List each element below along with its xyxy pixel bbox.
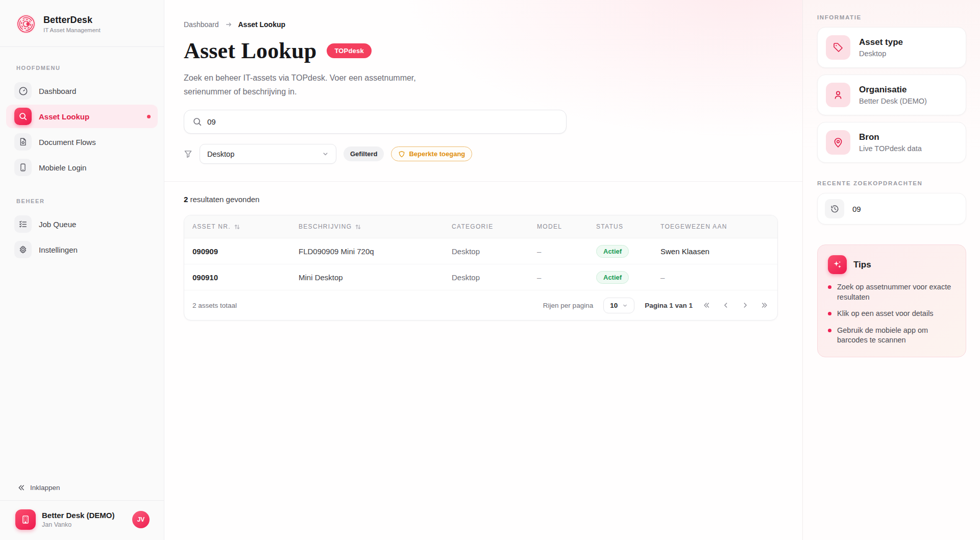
last-page-button[interactable] bbox=[761, 302, 768, 309]
rows-per-page-value: 10 bbox=[610, 302, 618, 309]
results-count-suffix: resultaten gevonden bbox=[188, 195, 259, 204]
results-section: 2 resultaten gevonden ASSET NR. BESCHRIJ… bbox=[164, 182, 802, 321]
page-header: Dashboard Asset Lookup Asset Lookup TOPd… bbox=[164, 0, 802, 182]
search-input[interactable] bbox=[207, 117, 558, 126]
brand-logo-icon bbox=[15, 13, 37, 35]
user-area[interactable]: Better Desk (DEMO) Jan Vanko JV bbox=[0, 500, 164, 540]
tips-title: Tips bbox=[853, 260, 871, 270]
brand-tagline: IT Asset Management bbox=[43, 27, 101, 33]
gear-icon bbox=[14, 241, 32, 258]
search-box bbox=[184, 110, 567, 134]
sidebar-item-asset-lookup[interactable]: Asset Lookup bbox=[6, 105, 158, 128]
status-badge: Actief bbox=[596, 245, 629, 258]
previous-page-button[interactable] bbox=[722, 302, 729, 309]
active-indicator-dot bbox=[147, 115, 151, 118]
info-card-asset-type: Asset type Desktop bbox=[817, 27, 966, 68]
user-name: Jan Vanko bbox=[42, 521, 115, 528]
sidebar-item-instellingen[interactable]: Instellingen bbox=[6, 238, 158, 261]
shield-icon bbox=[398, 151, 405, 158]
next-page-button[interactable] bbox=[742, 302, 749, 309]
sidebar-item-label: Mobiele Login bbox=[39, 163, 86, 172]
info-card-bron: Bron Live TOPdesk data bbox=[817, 122, 966, 163]
tag-icon bbox=[826, 35, 850, 60]
asset-type-select[interactable]: Desktop bbox=[200, 144, 336, 164]
arrow-right-icon bbox=[225, 21, 232, 28]
sidebar-item-document-flows[interactable]: Document Flows bbox=[6, 130, 158, 154]
history-icon bbox=[825, 199, 844, 218]
column-header-toegewezen-aan: TOEGEWEZEN AAN bbox=[652, 223, 777, 230]
chevrons-right-icon bbox=[761, 302, 768, 309]
asset-model: – bbox=[537, 247, 541, 256]
main-content: Dashboard Asset Lookup Asset Lookup TOPd… bbox=[164, 0, 802, 540]
sidebar-item-label: Document Flows bbox=[39, 138, 96, 146]
column-header-categorie: CATEGORIE bbox=[444, 223, 529, 230]
breadcrumb: Dashboard Asset Lookup bbox=[184, 20, 782, 29]
search-icon bbox=[14, 108, 32, 125]
tip-text: Klik op een asset voor details bbox=[837, 309, 934, 319]
chevron-right-icon bbox=[742, 302, 749, 309]
breadcrumb-dashboard-link[interactable]: Dashboard bbox=[184, 20, 219, 29]
column-header-model: MODEL bbox=[529, 223, 588, 230]
column-header-status: STATUS bbox=[588, 223, 652, 230]
restricted-access-badge: Beperkte toegang bbox=[391, 146, 472, 161]
info-card-value: Better Desk (DEMO) bbox=[859, 97, 927, 105]
info-card-title: Organisatie bbox=[859, 85, 927, 95]
sidebar-section-beheer: BEHEER bbox=[0, 198, 164, 204]
checklist-icon bbox=[14, 215, 32, 233]
collapse-sidebar-button[interactable]: Inklappen bbox=[0, 484, 164, 492]
asset-category: Desktop bbox=[452, 247, 480, 256]
table-row[interactable]: 090909 FLD090909 Mini 720q Desktop – Act… bbox=[184, 238, 777, 264]
table-row[interactable]: 090910 Mini Desktop Desktop – Actief – bbox=[184, 264, 777, 290]
asset-model: – bbox=[537, 273, 541, 282]
collapse-label: Inklappen bbox=[30, 484, 60, 492]
status-badge: Actief bbox=[596, 271, 629, 284]
recent-search-query: 09 bbox=[852, 205, 861, 213]
asset-nr: 090909 bbox=[192, 247, 218, 256]
first-page-button[interactable] bbox=[703, 302, 710, 309]
tips-card: Tips Zoek op assetnummer voor exacte res… bbox=[817, 244, 966, 357]
sidebar-item-label: Job Queue bbox=[39, 220, 76, 229]
asset-category: Desktop bbox=[452, 273, 480, 282]
sidebar-item-label: Asset Lookup bbox=[39, 112, 89, 121]
tip-item: Klik op een asset voor details bbox=[828, 309, 955, 319]
user-org: Better Desk (DEMO) bbox=[42, 511, 115, 520]
asset-nr: 090910 bbox=[192, 273, 218, 282]
assets-table: ASSET NR. BESCHRIJVING CATEGORIE MODEL S… bbox=[184, 215, 778, 321]
sidebar-item-label: Dashboard bbox=[39, 87, 76, 95]
table-footer: 2 assets totaal Rijen per pagina 10 Pagi… bbox=[184, 290, 777, 320]
sort-icon bbox=[355, 224, 361, 230]
asset-type-select-value: Desktop bbox=[207, 150, 234, 158]
results-count: 2 resultaten gevonden bbox=[184, 195, 782, 204]
recent-searches-title: RECENTE ZOEKOPDRACHTEN bbox=[817, 180, 966, 186]
chevron-down-icon bbox=[322, 151, 329, 157]
page-info: Pagina 1 van 1 bbox=[645, 302, 693, 309]
sidebar-divider bbox=[0, 46, 164, 47]
info-card-title: Bron bbox=[859, 132, 922, 142]
page-title: Asset Lookup bbox=[184, 38, 316, 64]
column-header-beschrijving[interactable]: BESCHRIJVING bbox=[290, 223, 444, 230]
sparkles-icon bbox=[828, 255, 847, 274]
chevrons-left-icon bbox=[703, 302, 710, 309]
column-header-asset-nr[interactable]: ASSET NR. bbox=[184, 223, 290, 230]
info-panel-title: INFORMATIE bbox=[817, 14, 966, 20]
restricted-access-label: Beperkte toegang bbox=[409, 150, 465, 158]
sidebar-item-mobiele-login[interactable]: Mobiele Login bbox=[6, 156, 158, 179]
page-description: Zoek en beheer IT-assets via TOPdesk. Vo… bbox=[184, 71, 462, 99]
tip-text: Zoek op assetnummer voor exacte resultat… bbox=[837, 282, 955, 302]
sidebar-item-label: Instellingen bbox=[39, 246, 78, 254]
chevrons-left-icon bbox=[17, 484, 25, 492]
assigned-to: – bbox=[660, 273, 665, 282]
sort-icon bbox=[234, 224, 240, 230]
recent-search-item[interactable]: 09 bbox=[817, 193, 966, 225]
sidebar-item-job-queue[interactable]: Job Queue bbox=[6, 212, 158, 236]
search-icon bbox=[192, 117, 202, 127]
assigned-to: Swen Klaasen bbox=[660, 247, 709, 256]
chevron-left-icon bbox=[722, 302, 729, 309]
tip-item: Gebruik de mobiele app om barcodes te sc… bbox=[828, 326, 955, 346]
smartphone-icon bbox=[14, 159, 32, 176]
map-pin-icon bbox=[826, 130, 850, 155]
sidebar-item-dashboard[interactable]: Dashboard bbox=[6, 79, 158, 103]
rows-per-page-select[interactable]: 10 bbox=[603, 298, 634, 313]
tip-item: Zoek op assetnummer voor exacte resultat… bbox=[828, 282, 955, 302]
avatar[interactable]: JV bbox=[132, 511, 150, 528]
